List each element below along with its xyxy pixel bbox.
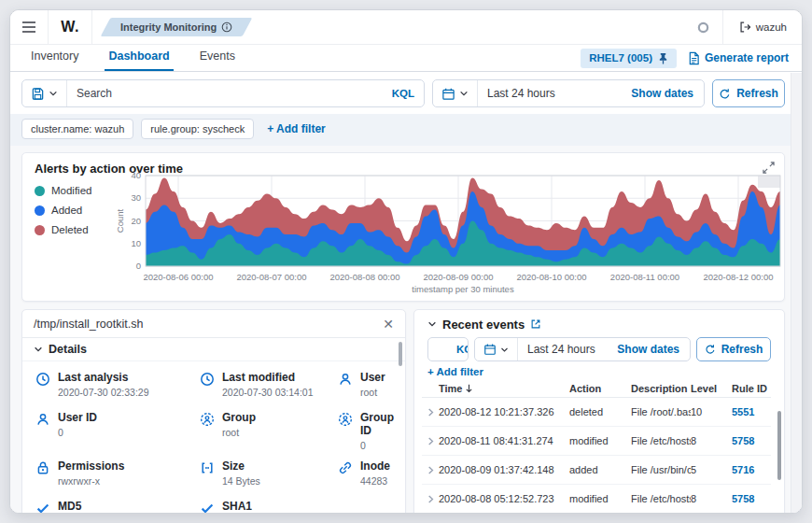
- topbar-right: wazuh: [685, 10, 802, 44]
- detail-label: User ID: [58, 411, 97, 424]
- svg-text:2020-08-08 00:00: 2020-08-08 00:00: [329, 272, 399, 282]
- page-scrollbar-track[interactable]: [791, 73, 802, 513]
- event-row[interactable]: 2020-08-12 10:21:37.326deletedFile /root…: [422, 398, 771, 427]
- events-search-input[interactable]: [428, 343, 447, 356]
- expand-row-icon[interactable]: [427, 465, 435, 475]
- events-kql-toggle[interactable]: KQL: [447, 344, 469, 355]
- rule-id-link[interactable]: 5716: [732, 464, 754, 475]
- detail-label: Size: [222, 459, 260, 473]
- detail-item-last-modified: Last modified2020-07-30 03:14:01: [200, 371, 338, 403]
- tab-dashboard[interactable]: Dashboard: [105, 45, 173, 71]
- legend-item-modified[interactable]: Modified: [35, 185, 91, 196]
- col-action[interactable]: Action: [569, 383, 631, 394]
- user-icon: [338, 372, 353, 387]
- legend-dot: [35, 225, 45, 235]
- tab-bar: Inventory Dashboard Events RHEL7 (005) G…: [10, 45, 802, 72]
- hamburger-icon: [21, 21, 36, 34]
- events-show-dates-button[interactable]: Show dates: [607, 343, 690, 356]
- chevron-down-icon: [459, 89, 469, 98]
- svg-text:Count: Count: [116, 208, 125, 233]
- details-section-toggle[interactable]: Details: [22, 338, 405, 361]
- event-row[interactable]: 2020-08-08 05:12:52.723modifiedFile /etc…: [422, 485, 771, 514]
- event-row[interactable]: 2020-08-11 08:41:31.274modifiedFile /etc…: [422, 427, 771, 456]
- legend-item-deleted[interactable]: Deleted: [35, 224, 91, 235]
- tab-events[interactable]: Events: [196, 45, 239, 71]
- events-time-range-label[interactable]: Last 24 hours: [518, 343, 607, 356]
- breadcrumb-label: Integrity Monitoring: [120, 21, 217, 33]
- event-level: 8: [691, 493, 732, 504]
- generate-report-button[interactable]: Generate report: [688, 51, 789, 65]
- caret-down-icon: [34, 345, 43, 354]
- calendar-button[interactable]: [433, 80, 478, 106]
- col-rule-id[interactable]: Rule ID: [732, 383, 771, 394]
- events-refresh-button[interactable]: Refresh: [696, 337, 771, 361]
- expand-row-icon[interactable]: [427, 407, 435, 417]
- time-range-label[interactable]: Last 24 hours: [478, 87, 621, 100]
- user-menu[interactable]: wazuh: [723, 21, 802, 34]
- search-box: KQL: [21, 79, 425, 107]
- wazuh-logo[interactable]: W.: [49, 19, 91, 35]
- col-description[interactable]: Description: [631, 383, 691, 394]
- link-icon: [338, 460, 353, 475]
- detail-label: Group ID: [360, 411, 399, 437]
- events-scrollbar[interactable]: [777, 411, 781, 480]
- details-scrollbar[interactable]: [399, 342, 402, 366]
- col-time[interactable]: Time: [439, 383, 569, 394]
- user-icon: [35, 412, 50, 427]
- events-query-bar: KQL Last 24 hours Show dates Refresh: [414, 332, 784, 361]
- event-row[interactable]: 2020-08-09 01:37:42.148addedFile /usr/bi…: [422, 456, 771, 485]
- filter-pill-cluster[interactable]: cluster.name: wazuh: [21, 119, 133, 139]
- event-level: 5: [691, 464, 732, 475]
- user-label: wazuh: [756, 21, 787, 33]
- show-dates-button[interactable]: Show dates: [621, 87, 704, 100]
- svg-text:2020-08-09 00:00: 2020-08-09 00:00: [423, 272, 493, 282]
- detail-item-permissions: Permissionsrwxrwxr-x: [35, 459, 200, 491]
- menu-button[interactable]: [10, 10, 48, 44]
- rule-id-link[interactable]: 5551: [732, 406, 754, 417]
- rule-id-link[interactable]: 5758: [732, 493, 754, 504]
- detail-item-inode: Inode44283: [338, 459, 399, 491]
- event-action: added: [569, 464, 631, 475]
- detail-label: Inode: [360, 459, 390, 473]
- top-bar: W. Integrity Monitoring wazuh: [10, 10, 802, 45]
- lock-icon: [35, 460, 50, 475]
- events-table-header: Time Action Description Level Rule ID: [422, 380, 771, 398]
- legend-item-added[interactable]: Added: [35, 205, 91, 216]
- kql-toggle[interactable]: KQL: [383, 88, 424, 99]
- event-level: 10: [691, 406, 732, 417]
- caret-down-icon[interactable]: [427, 319, 437, 329]
- events-refresh-label: Refresh: [721, 343, 763, 356]
- chevron-down-icon: [500, 346, 509, 354]
- svg-text:2020-08-07 00:00: 2020-08-07 00:00: [236, 272, 306, 282]
- refresh-icon: [719, 88, 731, 100]
- filter-pill-rulegroup[interactable]: rule.group: syscheck: [141, 119, 254, 139]
- search-input[interactable]: [67, 87, 383, 100]
- detail-label: MD5: [58, 500, 196, 513]
- expand-row-icon[interactable]: [427, 494, 435, 504]
- details-header: /tmp/install_rootkit.sh ✕: [22, 310, 405, 338]
- tab-inventory[interactable]: Inventory: [27, 45, 82, 71]
- add-filter-button[interactable]: + Add filter: [267, 122, 326, 135]
- svg-text:20: 20: [131, 216, 141, 226]
- detail-value: root: [360, 387, 385, 398]
- agent-badge[interactable]: RHEL7 (005): [581, 49, 677, 68]
- events-calendar-button[interactable]: [475, 338, 518, 360]
- refresh-button[interactable]: Refresh: [712, 79, 785, 107]
- event-action: modified: [569, 435, 631, 446]
- detail-item-size: Size14 Bytes: [200, 459, 338, 491]
- detail-item-group-id: Group ID0: [338, 411, 399, 451]
- detail-value: root: [222, 427, 256, 438]
- alerts-chart-svg: 2020-08-06 00:002020-08-07 00:002020-08-…: [116, 166, 784, 297]
- rule-id-link[interactable]: 5758: [732, 435, 754, 446]
- health-status-button[interactable]: [685, 10, 722, 44]
- group-icon: [200, 412, 215, 427]
- col-level[interactable]: Level: [691, 383, 732, 394]
- detail-value: 0: [58, 427, 97, 438]
- close-icon[interactable]: ✕: [383, 318, 394, 331]
- alerts-chart-panel: Alerts by action over time ModifiedAdded…: [21, 152, 785, 302]
- saved-query-button[interactable]: [22, 80, 67, 106]
- events-add-filter-button[interactable]: + Add filter: [414, 361, 784, 379]
- breadcrumb[interactable]: Integrity Monitoring: [105, 18, 247, 36]
- external-link-icon[interactable]: [530, 318, 541, 330]
- expand-row-icon[interactable]: [427, 436, 435, 446]
